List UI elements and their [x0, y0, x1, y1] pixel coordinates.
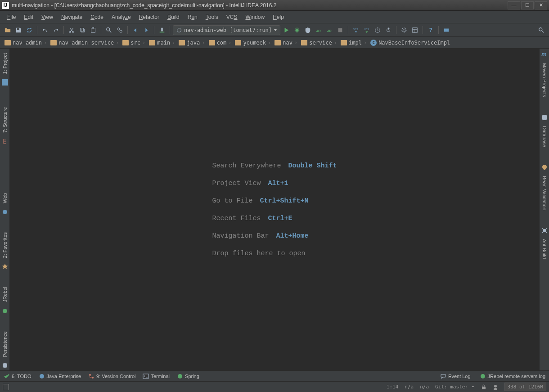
todo-tool[interactable]: 6: TODO: [4, 373, 32, 379]
breadcrumb-nav-admin-service[interactable]: nav-admin-service: [49, 40, 121, 46]
run-config-selector[interactable]: nav-admin-web [tomcat7:run]: [173, 25, 280, 35]
ant-icon: [541, 227, 548, 234]
settings-button[interactable]: [399, 25, 409, 35]
todo-icon: [4, 373, 10, 379]
database-tab[interactable]: Database: [541, 123, 548, 150]
cut-button[interactable]: [67, 25, 76, 35]
svg-rect-5: [91, 28, 95, 32]
app-icon: IJ: [2, 2, 9, 9]
breadcrumb-youmeek[interactable]: youmeek: [233, 40, 273, 46]
forward-button[interactable]: [141, 25, 151, 35]
event-log-tool[interactable]: Event Log: [440, 373, 471, 379]
menu-view[interactable]: View: [38, 13, 57, 22]
back-button[interactable]: [130, 25, 140, 35]
maximize-button[interactable]: ☐: [521, 1, 534, 9]
paste-button[interactable]: [88, 25, 98, 35]
menu-file[interactable]: File: [4, 13, 19, 22]
save-all-button[interactable]: [14, 25, 23, 35]
git-branch[interactable]: Git: master: [435, 384, 474, 390]
breadcrumb-nav-admin[interactable]: nav-admin: [3, 40, 49, 46]
menu-analyze[interactable]: Analyze: [108, 13, 135, 22]
breadcrumb-java[interactable]: java: [177, 40, 207, 46]
menu-code[interactable]: Code: [87, 13, 107, 22]
sync-button[interactable]: [24, 25, 34, 35]
menu-navigate[interactable]: Navigate: [58, 13, 86, 22]
jrebel-run-button[interactable]: JR: [314, 25, 324, 35]
jrebel-log-tool[interactable]: JRebel remote servers log: [480, 373, 545, 379]
maven-tab[interactable]: Maven Projects: [541, 60, 548, 100]
close-button[interactable]: ✕: [535, 1, 547, 9]
redo-button[interactable]: [51, 25, 61, 35]
search-everywhere-key: Double Shift: [288, 157, 337, 175]
menu-tools[interactable]: Tools: [202, 13, 222, 22]
hector-icon[interactable]: [493, 384, 498, 390]
editor-area[interactable]: Search EverywhereDouble Shift Project Vi…: [10, 49, 539, 370]
breadcrumb-service[interactable]: service: [299, 40, 339, 46]
menu-vcs[interactable]: VCS: [223, 13, 241, 22]
copy-button[interactable]: [77, 25, 87, 35]
breadcrumb-nav[interactable]: nav: [273, 40, 299, 46]
run-button[interactable]: [281, 25, 291, 35]
menu-run[interactable]: Run: [184, 13, 201, 22]
breadcrumb-label: impl: [349, 40, 362, 46]
menubar: File Edit View Navigate Code Analyze Ref…: [0, 11, 549, 23]
replace-button[interactable]: [115, 25, 125, 35]
memory-indicator[interactable]: 338 of 1216M: [504, 383, 546, 391]
right-tool-strip: m Maven Projects Database Bean Validatio…: [539, 49, 549, 370]
project-tab[interactable]: 1: Project: [1, 50, 9, 77]
vcs-history-button[interactable]: [373, 25, 382, 35]
breadcrumb-main[interactable]: main: [147, 40, 177, 46]
menu-window[interactable]: Window: [242, 13, 268, 22]
open-button[interactable]: [3, 25, 13, 35]
bean-validation-tab[interactable]: Bean Validation: [541, 173, 548, 213]
search-everywhere-button[interactable]: [536, 25, 546, 35]
coverage-button[interactable]: [303, 25, 313, 35]
minimize-button[interactable]: —: [508, 1, 520, 9]
make-button[interactable]: [157, 25, 167, 35]
terminal-tool[interactable]: Terminal: [143, 373, 170, 379]
menu-build[interactable]: Build: [164, 13, 183, 22]
tool-window-toggle-icon[interactable]: [3, 384, 9, 390]
svg-text:m: m: [541, 51, 547, 58]
undo-button[interactable]: [40, 25, 50, 35]
class-icon: C: [370, 40, 377, 46]
project-structure-button[interactable]: [410, 25, 420, 35]
tools-button[interactable]: [441, 25, 451, 35]
caret-position: 1:14: [387, 384, 399, 390]
folder-icon: [235, 40, 241, 45]
menu-edit[interactable]: Edit: [20, 13, 37, 22]
version-control-tool[interactable]: 9: Version Control: [88, 373, 135, 379]
svg-point-32: [92, 377, 94, 378]
folder-icon: [274, 40, 281, 45]
java-enterprise-tool[interactable]: Java Enterprise: [39, 373, 81, 379]
favorites-tab[interactable]: 2: Favorites: [1, 230, 9, 261]
jrebel-tab[interactable]: JRebel: [1, 284, 9, 305]
structure-tab[interactable]: 7: Structure: [1, 104, 9, 135]
breadcrumb-com[interactable]: com: [207, 40, 234, 46]
vcs-update-button[interactable]: VCS: [351, 25, 361, 35]
breadcrumb-navbaseinfoserviceimpl[interactable]: CNavBaseInfoServiceImpl: [369, 40, 454, 46]
breadcrumb-label: nav-admin: [13, 40, 42, 46]
breadcrumb-impl[interactable]: impl: [339, 40, 369, 46]
spring-tool[interactable]: Spring: [177, 373, 199, 379]
svg-point-37: [494, 385, 497, 387]
stop-button[interactable]: [335, 25, 345, 35]
breadcrumb-src[interactable]: src: [121, 40, 147, 46]
menu-help[interactable]: Help: [269, 13, 288, 22]
vcs-commit-button[interactable]: VCS: [362, 25, 372, 35]
statusbar: 1:14 n/a n/a Git: master 338 of 1216M: [0, 381, 549, 392]
web-tab[interactable]: Web: [1, 190, 9, 206]
menu-refactor[interactable]: Refactor: [135, 13, 163, 22]
jrebel-debug-button[interactable]: JR: [324, 25, 334, 35]
lock-icon[interactable]: [481, 384, 486, 390]
breadcrumb-label: service: [309, 40, 332, 46]
debug-button[interactable]: [292, 25, 302, 35]
svg-point-7: [107, 27, 110, 31]
find-button[interactable]: [104, 25, 114, 35]
left-tool-strip: 1: Project 7: Structure Web 2: Favorites…: [0, 49, 10, 370]
ant-build-tab[interactable]: Ant Build: [541, 236, 548, 261]
svg-text:VCS: VCS: [353, 28, 358, 31]
vcs-revert-button[interactable]: [383, 25, 393, 35]
persistence-tab[interactable]: Persistence: [1, 329, 9, 360]
help-button[interactable]: ?: [426, 25, 436, 35]
